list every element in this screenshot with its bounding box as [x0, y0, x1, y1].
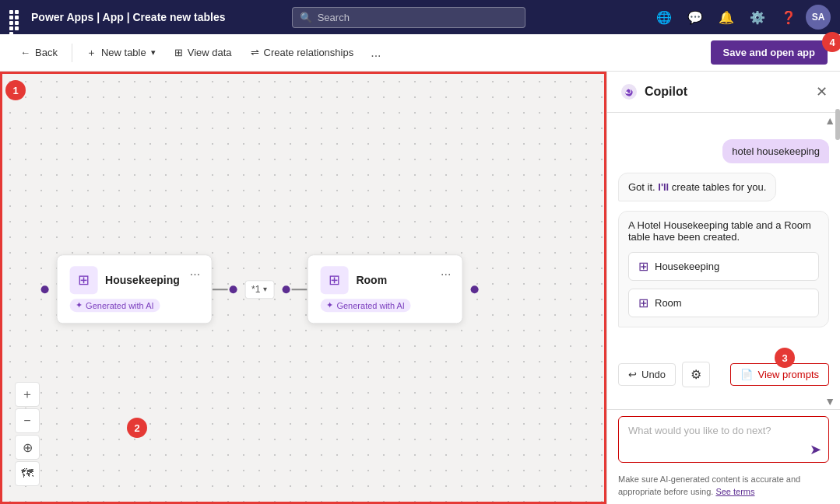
copilot-scrollbar [835, 106, 840, 504]
table-grid-icon-room: ⊞ [320, 266, 348, 294]
send-button[interactable]: ➤ [810, 441, 821, 458]
generated-badge-room: ✦ Generated with AI [320, 299, 410, 312]
app-title: Power Apps | App | Create new tables [31, 11, 226, 23]
connector-label: *1 [251, 284, 260, 295]
table-cards-container: ⊞ Housekeeping ✦ Generated with AI ... *… [40, 254, 478, 324]
view-data-button[interactable]: ⊞ View data [167, 42, 240, 63]
adjust-button[interactable]: ⚙ [682, 362, 710, 387]
left-connector-dot [40, 285, 48, 293]
relationship-icon: ⇌ [251, 47, 259, 58]
right-connector-dot [470, 285, 478, 293]
connector: *1 ▾ [212, 280, 307, 299]
fit-button[interactable]: ⊕ [15, 435, 40, 460]
undo-button[interactable]: ↩ Undo [618, 363, 676, 386]
step4-badge: 4 [822, 32, 840, 52]
copilot-close-button[interactable]: ✕ [816, 83, 828, 100]
scroll-up-button[interactable]: ▲ [824, 114, 835, 127]
avatar[interactable]: SA [806, 5, 831, 30]
copilot-input-wrap: ➤ [618, 416, 829, 466]
step2-canvas-badge: 2 [127, 418, 147, 438]
topbar: Power Apps | App | Create new tables 🔍 🌐… [0, 0, 840, 34]
map-button[interactable]: 🗺 [15, 461, 40, 486]
search-icon: 🔍 [300, 12, 312, 23]
zoom-in-button[interactable]: ＋ [15, 382, 40, 407]
table-grid-icon: ⊞ [69, 266, 97, 294]
copilot-logo-icon [620, 82, 638, 101]
plus-icon: ＋ [86, 46, 97, 60]
gear-icon-btn[interactable]: ⚙️ [743, 3, 771, 31]
copilot-input[interactable] [618, 416, 829, 463]
room-card-menu-button[interactable]: ... [438, 263, 454, 280]
scrollbar-thumb[interactable] [835, 109, 840, 140]
copilot-actions-wrap: ↩ Undo ⚙ 📄 View prompts 3 [607, 359, 840, 394]
card-menu-button[interactable]: ... [187, 263, 203, 280]
zoom-out-button[interactable]: − [15, 408, 40, 433]
toolbar: ← Back ＋ New table ▾ ⊞ View data ⇌ Creat… [0, 34, 840, 72]
table-chips: ⊞ Housekeeping ⊞ Room [628, 250, 819, 319]
create-relationships-button[interactable]: ⇌ Create relationships [243, 42, 362, 63]
copilot-messages: hotel housekeeping Got it. I'll create t… [607, 128, 840, 359]
chevron-icon: ▾ [263, 285, 267, 293]
topbar-icons: 🌐 💬 🔔 ⚙️ ❓ SA [650, 3, 831, 31]
chevron-down-icon: ▾ [151, 47, 156, 58]
svg-point-1 [626, 92, 628, 94]
step1-badge: 1 [5, 80, 26, 100]
back-arrow-icon: ← [20, 47, 30, 58]
see-terms-link[interactable]: See terms [715, 487, 754, 496]
search-input[interactable] [292, 7, 525, 28]
chip-table-icon-2: ⊞ [638, 296, 648, 310]
bot-message-1: Got it. I'll create tables for you. [618, 173, 776, 201]
search-wrap: 🔍 [292, 7, 525, 28]
scroll-down-button[interactable]: ▼ [824, 395, 835, 408]
copilot-actions: ↩ Undo ⚙ 📄 View prompts [607, 359, 840, 394]
card-title-room: Room [356, 274, 387, 286]
new-table-button[interactable]: ＋ New table ▾ [79, 41, 163, 65]
scroll-bottom-area: ▼ [607, 394, 840, 409]
relationship-chip[interactable]: *1 ▾ [244, 280, 274, 299]
room-table-card[interactable]: ⊞ Room ✦ Generated with AI ... [307, 254, 462, 324]
housekeeping-chip[interactable]: ⊞ Housekeeping [628, 252, 819, 281]
toolbar-divider-1 [72, 44, 72, 62]
copilot-input-area: ➤ [607, 409, 840, 471]
save-open-app-button[interactable]: Save and open app [711, 40, 828, 65]
middle-dot-right [282, 285, 290, 293]
scroll-top-area: ▲ [607, 113, 840, 128]
card-title: Housekeeping [105, 274, 180, 286]
copilot-header: Copilot ✕ [607, 72, 840, 113]
undo-icon: ↩ [628, 369, 637, 380]
room-chip[interactable]: ⊞ Room [628, 289, 819, 317]
canvas[interactable]: 1 ⊞ Housekeeping ✦ Generated with AI ... [0, 72, 606, 504]
table-icon: ⊞ [174, 47, 183, 58]
ai-icon-room: ✦ [326, 300, 333, 310]
back-button[interactable]: ← Back [12, 42, 65, 63]
bot-message-2: A Hotel Housekeeping table and a Room ta… [618, 211, 829, 327]
copilot-disclaimer: Make sure AI-generated content is accura… [607, 471, 840, 504]
grid-icon[interactable] [9, 10, 23, 24]
conn-line-right [291, 289, 307, 290]
copilot-panel: Copilot ✕ ▲ hotel housekeeping Got it. I… [606, 72, 840, 504]
card-header: ⊞ Housekeeping [69, 266, 199, 294]
copilot-title: Copilot [645, 85, 810, 99]
canvas-controls: ＋ − ⊕ 🗺 [15, 382, 40, 486]
middle-dot-left [229, 285, 237, 293]
generated-badge: ✦ Generated with AI [69, 299, 160, 312]
chip-table-icon-1: ⊞ [638, 259, 648, 274]
chat-icon-btn[interactable]: 💬 [681, 3, 709, 31]
bell-icon-btn[interactable]: 🔔 [712, 3, 740, 31]
card-header-room: ⊞ Room [320, 266, 449, 294]
prompts-icon: 📄 [740, 369, 753, 380]
globe-icon-btn[interactable]: 🌐 [650, 3, 678, 31]
user-message: hotel housekeeping [722, 139, 829, 163]
conn-line-left [212, 289, 227, 290]
help-icon-btn[interactable]: ❓ [775, 3, 803, 31]
more-button[interactable]: ... [364, 41, 387, 65]
main-area: 1 ⊞ Housekeeping ✦ Generated with AI ... [0, 72, 840, 504]
ai-icon: ✦ [76, 300, 83, 310]
housekeeping-table-card[interactable]: ⊞ Housekeeping ✦ Generated with AI ... [56, 254, 212, 324]
